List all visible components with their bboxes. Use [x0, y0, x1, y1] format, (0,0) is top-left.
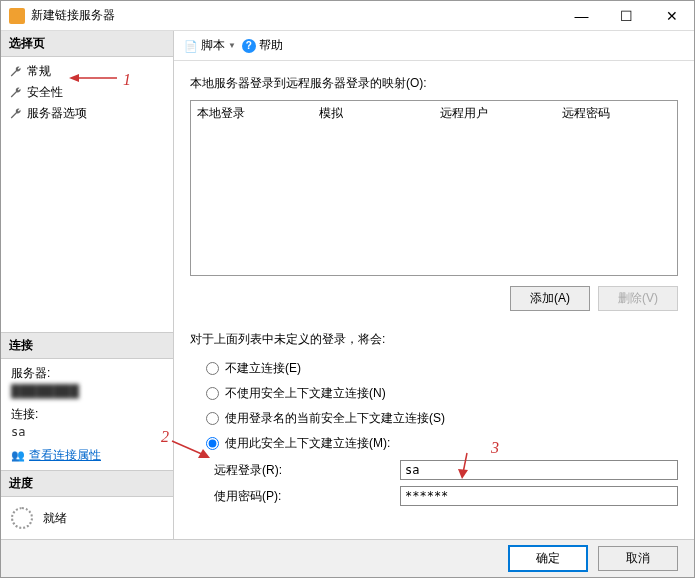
sidebar-item-server-options[interactable]: 服务器选项 [1, 103, 173, 124]
radio-input[interactable] [206, 437, 219, 450]
radio-input[interactable] [206, 387, 219, 400]
sidebar: 选择页 常规 安全性 服务器选项 连接 服务器: ████████ 连接: sa… [1, 31, 174, 539]
col-local-login[interactable]: 本地登录 [191, 101, 313, 126]
connection-header: 连接 [1, 332, 173, 359]
close-button[interactable]: ✕ [649, 1, 694, 30]
radio-label: 不使用安全上下文建立连接(N) [225, 385, 386, 402]
wrench-icon [9, 65, 23, 79]
help-icon: ? [242, 39, 256, 53]
toolbar: 脚本 ▼ ? 帮助 [174, 31, 694, 61]
ok-button[interactable]: 确定 [508, 545, 588, 572]
script-button[interactable]: 脚本 ▼ [184, 37, 236, 54]
mapping-table[interactable]: 本地登录 模拟 远程用户 远程密码 [190, 100, 678, 276]
titlebar: 新建链接服务器 — ☐ ✕ [1, 1, 694, 31]
help-label: 帮助 [259, 37, 283, 54]
script-label: 脚本 [201, 37, 225, 54]
minimize-button[interactable]: — [559, 1, 604, 30]
undefined-logins-label: 对于上面列表中未定义的登录，将会: [190, 331, 678, 348]
mapping-label: 本地服务器登录到远程服务器登录的映射(O): [190, 75, 678, 92]
mapping-rows [191, 126, 677, 276]
spinner-icon [11, 507, 33, 529]
radio-use-this-security[interactable]: 使用此安全上下文建立连接(M): [206, 431, 678, 456]
radio-input[interactable] [206, 412, 219, 425]
chevron-down-icon: ▼ [228, 41, 236, 50]
radio-group: 不建立连接(E) 不使用安全上下文建立连接(N) 使用登录名的当前安全上下文建立… [190, 356, 678, 456]
server-value: ████████ [11, 384, 163, 398]
sidebar-item-label: 安全性 [27, 84, 63, 101]
maximize-button[interactable]: ☐ [604, 1, 649, 30]
radio-label: 使用此安全上下文建立连接(M): [225, 435, 390, 452]
remote-login-label: 远程登录(R): [214, 462, 400, 479]
password-label: 使用密码(P): [214, 488, 400, 505]
radio-current-security[interactable]: 使用登录名的当前安全上下文建立连接(S) [206, 406, 678, 431]
view-connection-properties-link[interactable]: 查看连接属性 [29, 447, 101, 464]
main-panel: 脚本 ▼ ? 帮助 本地服务器登录到远程服务器登录的映射(O): 本地登录 模拟… [174, 31, 694, 539]
wrench-icon [9, 86, 23, 100]
progress-header: 进度 [1, 470, 173, 497]
cancel-button[interactable]: 取消 [598, 546, 678, 571]
radio-input[interactable] [206, 362, 219, 375]
wrench-icon [9, 107, 23, 121]
col-remote-user[interactable]: 远程用户 [434, 101, 556, 126]
radio-label: 不建立连接(E) [225, 360, 301, 377]
col-impersonate[interactable]: 模拟 [313, 101, 435, 126]
help-button[interactable]: ? 帮助 [242, 37, 283, 54]
add-button[interactable]: 添加(A) [510, 286, 590, 311]
radio-no-security[interactable]: 不使用安全上下文建立连接(N) [206, 381, 678, 406]
radio-label: 使用登录名的当前安全上下文建立连接(S) [225, 410, 445, 427]
window-title: 新建链接服务器 [31, 7, 559, 24]
footer: 确定 取消 [1, 539, 694, 577]
remove-button: 删除(V) [598, 286, 678, 311]
progress-status: 就绪 [43, 510, 67, 527]
remote-login-input[interactable] [400, 460, 678, 480]
people-icon: 👥 [11, 449, 25, 462]
sidebar-item-label: 服务器选项 [27, 105, 87, 122]
connection-value: sa [11, 425, 163, 439]
script-icon [184, 39, 198, 53]
sidebar-item-security[interactable]: 安全性 [1, 82, 173, 103]
server-label: 服务器: [11, 365, 163, 382]
password-input[interactable] [400, 486, 678, 506]
sidebar-item-general[interactable]: 常规 [1, 61, 173, 82]
app-icon [9, 8, 25, 24]
radio-no-connect[interactable]: 不建立连接(E) [206, 356, 678, 381]
connection-label: 连接: [11, 406, 163, 423]
col-remote-password[interactable]: 远程密码 [556, 101, 678, 126]
sidebar-item-label: 常规 [27, 63, 51, 80]
select-page-header: 选择页 [1, 31, 173, 57]
